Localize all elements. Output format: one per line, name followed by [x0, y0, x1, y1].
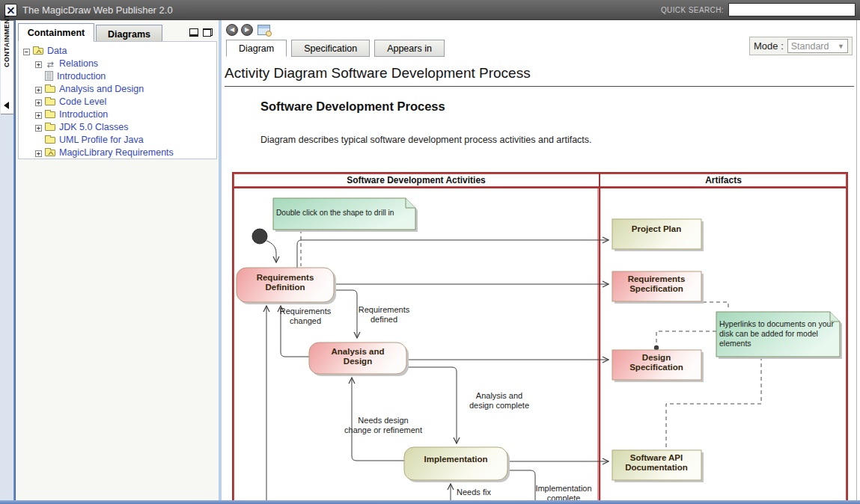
window-right-border — [856, 20, 857, 504]
node-analysis-and-design[interactable]: Analysis andDesign — [309, 342, 406, 374]
tree-item[interactable]: +⇄Relations — [19, 58, 216, 70]
containment-tree: −Data+⇄RelationsIntroduction+Analysis an… — [18, 41, 217, 159]
node-implementation[interactable]: Implementation — [404, 447, 507, 480]
label-requirements-changed: Requirementschanged — [280, 307, 332, 325]
activity-diagram-frame: Software Development Activities Artifact… — [232, 172, 848, 504]
tree-item-label: Analysis and Design — [59, 84, 144, 94]
anchor-hyperlink-note-designspec — [656, 331, 716, 345]
tab-containment[interactable]: Containment — [18, 23, 94, 42]
quick-search-input[interactable] — [728, 3, 856, 16]
tree-item[interactable]: +Analysis and Design — [19, 83, 216, 96]
tree-item[interactable]: UML Profile for Java — [19, 134, 216, 147]
note-drill-in: Double click on the shape to drill in — [273, 198, 415, 230]
tree-item[interactable]: −Data — [19, 45, 216, 58]
tree-expander-icon[interactable]: + — [35, 87, 42, 93]
label-analysis-design-complete: Analysis anddesign complete — [469, 391, 529, 410]
folder-icon — [45, 99, 55, 105]
folder-icon — [45, 137, 55, 144]
forward-button[interactable]: ▶ — [241, 24, 253, 36]
tree-item-label: Relations — [59, 58, 98, 69]
tab-appears-in[interactable]: Appears in — [374, 40, 445, 57]
app-title: The MagicDraw Web Publisher 2.0 — [22, 4, 173, 16]
lane-header-activities: Software Development Activities — [234, 173, 600, 187]
edge-requirements-to-project-plan — [297, 240, 609, 268]
tree-item[interactable]: +JDK 5.0 Classes — [19, 121, 216, 134]
folder-icon — [45, 111, 55, 118]
tree-item-label: JDK 5.0 Classes — [59, 122, 128, 132]
sidebar-tabs: Containment Diagrams — [16, 22, 219, 42]
package-icon — [33, 48, 43, 55]
folder-icon — [45, 86, 55, 93]
mode-box: Mode : Standard ▼ — [749, 37, 853, 55]
chevron-down-icon: ▼ — [838, 43, 844, 50]
title-rule — [225, 86, 854, 87]
tree-expander-icon[interactable]: + — [35, 150, 42, 157]
tree-item[interactable]: +Introduction — [19, 108, 216, 121]
anchor-point — [654, 345, 659, 350]
tree-item-label: UML Profile for Java — [59, 135, 144, 145]
note-drill-in-text: Double click on the shape to drill in — [276, 209, 394, 217]
mode-select[interactable]: Standard ▼ — [787, 39, 848, 53]
tree-item[interactable]: Introduction — [19, 70, 216, 83]
label-requirements-defined: Requirementsdefined — [359, 305, 410, 324]
title-bar: The MagicDraw Web Publisher 2.0 QUICK SE… — [0, 0, 860, 20]
tree-item-label: Introduction — [57, 71, 106, 82]
edge-requirements-defined — [334, 290, 357, 338]
tree-item-label: Introduction — [59, 109, 108, 120]
page-title: Activity Diagram Software Development Pr… — [225, 65, 531, 82]
artifact-requirements-specification[interactable]: RequirementsSpecification — [612, 271, 701, 301]
tree-item-label: Data — [47, 46, 67, 56]
edge-start-to-requirements — [266, 241, 276, 262]
tree-expander-icon[interactable]: + — [35, 61, 42, 68]
note-hyperlinks: Hyperlinks to documents on yourdisk can … — [716, 312, 840, 357]
tree-expander-icon[interactable]: + — [35, 125, 42, 132]
lane-header-artifacts: Artifacts — [600, 173, 847, 187]
tab-specification[interactable]: Specification — [291, 40, 370, 57]
show-panel-icon[interactable] — [257, 25, 270, 35]
label-needs-design-change: Needs designchange or refinement — [344, 416, 422, 434]
back-button[interactable]: ◀ — [226, 24, 238, 36]
svg-text:RequirementsSpecification: RequirementsSpecification — [628, 274, 686, 293]
tree-item[interactable]: +MagicLibrary Requirements — [19, 147, 216, 159]
content-tabs: Diagram Specification Appears in — [226, 39, 449, 57]
tree-expander-icon[interactable]: − — [23, 49, 30, 55]
minimize-panel-icon[interactable] — [189, 28, 198, 37]
tree-item-label: Code Level — [59, 96, 106, 107]
tree-item-label: MagicLibrary Requirements — [59, 147, 174, 158]
package-icon — [45, 150, 55, 156]
cascade-windows-icon[interactable] — [203, 28, 213, 37]
relations-icon: ⇄ — [45, 58, 55, 71]
svg-text:Software APIDocumentation: Software APIDocumentation — [625, 453, 688, 472]
activity-diagram-canvas: Double click on the shape to drill in Hy… — [234, 188, 847, 504]
tree-item[interactable]: +Code Level — [19, 96, 216, 108]
mode-label: Mode : — [754, 40, 784, 52]
tab-diagrams[interactable]: Diagrams — [96, 25, 162, 42]
label-needs-fix: Needs fix — [457, 488, 491, 497]
diagram-description: Diagram describes typical software devel… — [260, 135, 592, 145]
containment-vertical-tab[interactable]: CONTAINMENT — [1, 20, 14, 114]
mode-value: Standard — [791, 41, 829, 52]
initial-node[interactable] — [252, 229, 267, 244]
containment-vertical-tab-label: CONTAINMENT — [3, 60, 10, 67]
svg-text:Implementation: Implementation — [424, 455, 488, 464]
swimlane-headers: Software Development Activities Artifact… — [234, 173, 847, 188]
app-window: The MagicDraw Web Publisher 2.0 QUICK SE… — [0, 0, 860, 504]
sidebar: Containment Diagrams −Data+⇄RelationsInt… — [16, 20, 219, 504]
svg-text:Project Plan: Project Plan — [632, 224, 681, 233]
document-icon — [45, 71, 53, 81]
tree-expander-icon[interactable]: + — [35, 112, 42, 119]
artifact-design-specification[interactable]: DesignSpecification — [612, 350, 701, 380]
edge-implementation-complete — [507, 470, 535, 504]
artifact-software-api-documentation[interactable]: Software APIDocumentation — [612, 450, 701, 480]
tree-expander-icon[interactable]: + — [35, 99, 42, 106]
collapse-arrow-icon — [4, 102, 9, 109]
node-requirements-definition[interactable]: RequirementsDefinition — [237, 268, 334, 302]
artifact-project-plan[interactable]: Project Plan — [612, 219, 701, 249]
toolbar: ◀ ▶ — [226, 23, 270, 37]
diagram-heading: Software Development Process — [260, 99, 445, 114]
quick-search-label: QUICK SEARCH: — [661, 6, 724, 14]
tab-diagram[interactable]: Diagram — [226, 40, 287, 57]
window-bottom-border — [0, 500, 860, 504]
folder-icon — [45, 124, 55, 131]
